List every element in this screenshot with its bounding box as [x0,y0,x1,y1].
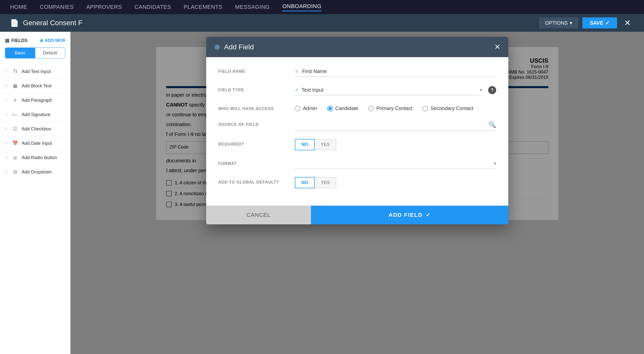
nav-home[interactable]: HOME [10,4,27,10]
nav-onboarding[interactable]: ONBOARDING [282,3,321,11]
search-icon: 🔍 [489,121,496,128]
access-radio-group: Admin Candidate Primary Contact [295,103,496,111]
date-input-icon: 📅 [12,140,19,147]
global-default-row: ADD TO GLOBAL DEFAULT? NO YES [218,177,496,188]
modal-footer: CANCEL ADD FIELD ✓ [206,205,508,224]
source-row: SOURCE OF FIELD 🔍 [218,119,496,131]
add-field-modal: ⊕ Add Field ✕ FIELD NAME ✓ First Name [206,37,508,224]
chevron-down-icon: ▾ [494,160,496,166]
access-primary-contact[interactable]: Primary Contact [368,105,412,111]
source-input[interactable] [295,122,489,128]
tab-basic[interactable]: Basic [5,48,35,58]
access-secondary-contact[interactable]: Secondary Contact [422,105,473,111]
drag-handle-icon: ⠿ [5,69,8,74]
block-text-label: Add Block Text [22,83,52,89]
block-text-icon: ▦ [12,82,19,89]
radio-button-icon: ◎ [12,154,19,161]
nav-placements[interactable]: PLACEMENTS [184,4,223,10]
drag-handle-icon: ⠿ [5,113,8,117]
save-button[interactable]: SAVE ✓ [582,17,617,28]
nav-candidates[interactable]: CANDIDATES [134,4,171,10]
drag-handle-icon: ⠿ [5,156,8,160]
document-icon: 📄 [10,19,19,27]
plus-circle-icon: ⊕ [40,38,43,43]
required-toggle-group: NO YES [295,139,496,150]
page-title: General Consent F [23,19,83,27]
required-no-button[interactable]: NO [295,139,315,150]
checkbox-icon: ☑ [12,125,19,132]
check-icon: ✓ [295,68,299,74]
add-field-icon: ⊕ [214,43,220,51]
tab-default[interactable]: Default [35,48,65,58]
global-default-control: NO YES [295,177,496,188]
field-name-label: FIELD NAME [218,66,289,74]
checkbox-label: Add Checkbox [22,126,51,132]
nav-messaging[interactable]: MESSAGING [235,4,270,10]
access-admin[interactable]: Admin [295,105,317,111]
sidebar-item-radio-button[interactable]: ⠿ ◎ Add Radio Button [0,151,70,165]
source-search-wrap[interactable]: 🔍 [295,119,496,131]
global-yes-button[interactable]: YES [315,177,336,188]
content-area: USCIS Form I-9 OMB No. 1615-0047 Expires… [70,32,644,354]
nav-approvers[interactable]: APPROVERS [86,4,122,10]
sidebar-item-signature[interactable]: ⠿ x— Add Signature [0,108,70,122]
dropdown-label: Add Dropdown [22,169,52,175]
paragraph-label: Add Paragraph [22,98,52,103]
sidebar-item-block-text[interactable]: ⠿ ▦ Add Block Text [0,79,70,93]
drag-handle-icon: ⠿ [5,141,8,145]
help-icon[interactable]: ? [488,86,496,94]
access-candidate[interactable]: Candidate [327,105,358,111]
radio-secondary-circle [422,106,428,111]
sidebar-item-paragraph[interactable]: ⠿ ≡ Add Paragraph [0,93,70,108]
modal-overlay: ⊕ Add Field ✕ FIELD NAME ✓ First Name [70,32,644,354]
nav-companies[interactable]: COMPANIES [40,4,74,10]
drag-handle-icon: ⠿ [5,170,8,174]
modal-header: ⊕ Add Field ✕ [206,37,508,57]
field-name-input[interactable]: ✓ First Name [295,66,496,77]
global-no-button[interactable]: NO [295,177,315,188]
fields-icon: ▤ [5,38,9,43]
sidebar-item-checkbox[interactable]: ⠿ ☑ Add Checkbox [0,122,70,136]
sub-header: 📄 General Consent F OPTIONS ▾ SAVE ✓ ✕ [0,14,644,32]
modal-close-button[interactable]: ✕ [494,43,500,51]
required-yes-button[interactable]: YES [315,139,336,150]
fields-title: ▤ FIELDS [5,38,27,43]
drag-handle-icon: ⠿ [5,127,8,131]
check-icon: ✓ [605,20,610,26]
paragraph-icon: ≡ [12,97,19,104]
main-layout: ▤ FIELDS ⊕ ADD NEW Basic Default ⠿ Tt Ad… [0,32,644,354]
signature-label: Add Signature [22,112,50,117]
field-type-label: FIELD TYPE [218,85,289,92]
check-icon: ✓ [295,87,299,93]
sidebar-item-date-input[interactable]: ⠿ 📅 Add Date Input [0,136,70,151]
cancel-button[interactable]: CANCEL [206,206,311,224]
sub-header-left: 📄 General Consent F [10,19,83,27]
format-label: FORMAT [218,158,289,166]
access-label: WHO WILL HAVE ACCESS [218,103,289,111]
format-row: FORMAT ▾ [218,158,496,169]
text-input-label: Add Text Input [22,69,51,74]
options-button[interactable]: OPTIONS ▾ [539,17,578,28]
required-control: NO YES [295,139,496,150]
field-type-control: ✓ Text Input ▾ ? [295,85,496,95]
check-icon: ✓ [426,212,431,218]
format-control: ▾ [295,158,496,169]
source-label: SOURCE OF FIELD [218,119,289,127]
radio-candidate-circle [327,106,333,111]
field-type-select[interactable]: ✓ Text Input ▾ [295,85,482,95]
global-default-toggle-group: NO YES [295,177,496,188]
global-default-label: ADD TO GLOBAL DEFAULT? [218,177,289,185]
close-button[interactable]: ✕ [621,17,634,29]
sidebar: ▤ FIELDS ⊕ ADD NEW Basic Default ⠿ Tt Ad… [0,32,70,354]
sidebar-item-dropdown[interactable]: ⠿ ⊟ Add Dropdown [0,165,70,179]
format-select[interactable]: ▾ [295,158,496,169]
required-label: REQUIRED? [218,139,289,147]
field-type-row: FIELD TYPE ✓ Text Input ▾ ? [218,85,496,95]
sidebar-item-text-input[interactable]: ⠿ Tt Add Text Input [0,64,70,79]
access-control: Admin Candidate Primary Contact [295,103,496,111]
add-new-button[interactable]: ⊕ ADD NEW [40,38,65,43]
sub-header-right: OPTIONS ▾ SAVE ✓ ✕ [539,17,634,29]
add-field-button[interactable]: ADD FIELD ✓ [311,206,508,224]
sidebar-header: ▤ FIELDS ⊕ ADD NEW [0,38,70,48]
top-nav: HOME COMPANIES APPROVERS CANDIDATES PLAC… [0,0,644,14]
